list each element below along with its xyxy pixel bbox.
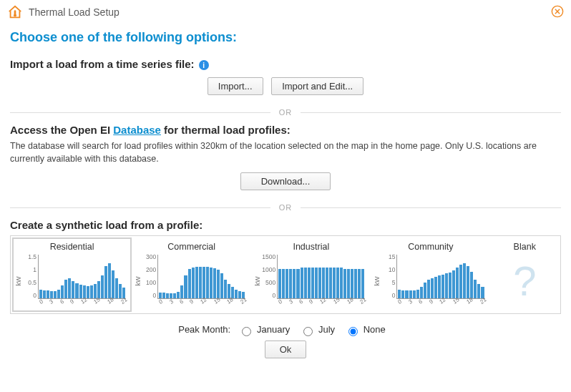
chart-residential: kW 1.510.50 036912151821 (15, 253, 129, 309)
window-title: Thermal Load Setup (29, 6, 545, 18)
info-icon[interactable]: i (199, 60, 209, 70)
chart-commercial: kW 3002001000 036912151821 (135, 253, 248, 309)
database-link[interactable]: Database (113, 124, 161, 136)
peak-month-label: Peak Month: (178, 324, 230, 335)
svg-point-1 (14, 14, 16, 17)
divider-or-2: OR (10, 203, 561, 212)
radio-january[interactable] (242, 327, 251, 336)
database-section-title: Access the Open EI Database for thermal … (10, 124, 561, 136)
radio-none[interactable] (348, 327, 358, 336)
question-icon: ? (494, 253, 557, 309)
chart-community: kW 151050 036912151821 (374, 253, 487, 309)
page-title: Choose one of the following options: (10, 30, 561, 45)
radio-july[interactable] (303, 327, 313, 336)
download-button[interactable]: Download... (240, 172, 331, 190)
divider-or-1: OR (10, 108, 561, 117)
profiles-container: Residential kW 1.510.50 036912151821 Com… (10, 235, 561, 314)
profiles-section-title: Create a synthetic load from a profile: (10, 219, 561, 231)
import-edit-button[interactable]: Import and Edit... (271, 77, 363, 95)
close-icon[interactable] (551, 5, 564, 20)
chart-industrial: kW 150010005000 036912151821 (254, 253, 368, 309)
import-section-title: Import a load from a time series file: i (10, 58, 561, 70)
database-description: The database will search for load profil… (10, 140, 561, 165)
peak-month-row: Peak Month: January July None (10, 324, 561, 336)
profile-card-industrial[interactable]: Industrial kW 150010005000 036912151821 (251, 237, 371, 312)
import-button[interactable]: Import... (208, 77, 263, 95)
thermometer-house-icon (7, 4, 23, 20)
profile-card-community[interactable]: Community kW 151050 036912151821 (371, 237, 490, 312)
profile-card-commercial[interactable]: Commercial kW 3002001000 036912151821 (132, 237, 251, 312)
profile-card-blank[interactable]: Blank ? (491, 237, 560, 312)
profile-card-residential[interactable]: Residential kW 1.510.50 036912151821 (12, 237, 132, 312)
ok-button[interactable]: Ok (265, 340, 307, 358)
titlebar: Thermal Load Setup (0, 0, 571, 23)
